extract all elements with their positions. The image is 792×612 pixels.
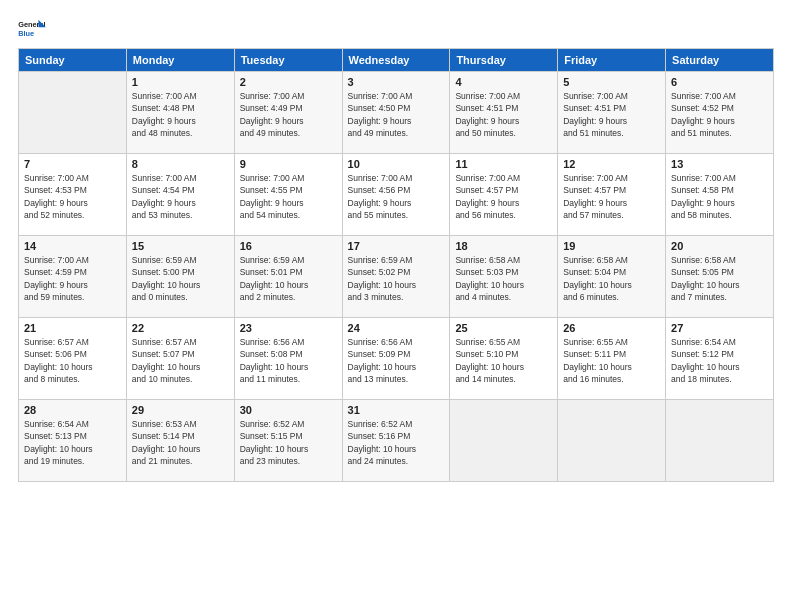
day-info: Sunrise: 6:52 AM Sunset: 5:16 PM Dayligh… — [348, 418, 445, 467]
day-info: Sunrise: 6:59 AM Sunset: 5:00 PM Dayligh… — [132, 254, 229, 303]
day-info: Sunrise: 7:00 AM Sunset: 4:52 PM Dayligh… — [671, 90, 768, 139]
calendar-cell: 2Sunrise: 7:00 AM Sunset: 4:49 PM Daylig… — [234, 72, 342, 154]
day-number: 26 — [563, 322, 660, 334]
weekday-header: Wednesday — [342, 49, 450, 72]
calendar-cell: 13Sunrise: 7:00 AM Sunset: 4:58 PM Dayli… — [666, 154, 774, 236]
weekday-header: Monday — [126, 49, 234, 72]
calendar-cell: 15Sunrise: 6:59 AM Sunset: 5:00 PM Dayli… — [126, 236, 234, 318]
day-number: 12 — [563, 158, 660, 170]
calendar-container: General Blue SundayMondayTuesdayWednesda… — [0, 0, 792, 492]
day-number: 8 — [132, 158, 229, 170]
day-info: Sunrise: 7:00 AM Sunset: 4:55 PM Dayligh… — [240, 172, 337, 221]
day-info: Sunrise: 7:00 AM Sunset: 4:51 PM Dayligh… — [455, 90, 552, 139]
calendar-cell: 11Sunrise: 7:00 AM Sunset: 4:57 PM Dayli… — [450, 154, 558, 236]
day-info: Sunrise: 7:00 AM Sunset: 4:51 PM Dayligh… — [563, 90, 660, 139]
calendar-cell: 18Sunrise: 6:58 AM Sunset: 5:03 PM Dayli… — [450, 236, 558, 318]
calendar-cell: 26Sunrise: 6:55 AM Sunset: 5:11 PM Dayli… — [558, 318, 666, 400]
day-info: Sunrise: 6:52 AM Sunset: 5:15 PM Dayligh… — [240, 418, 337, 467]
calendar-cell: 17Sunrise: 6:59 AM Sunset: 5:02 PM Dayli… — [342, 236, 450, 318]
day-number: 28 — [24, 404, 121, 416]
day-info: Sunrise: 6:56 AM Sunset: 5:08 PM Dayligh… — [240, 336, 337, 385]
day-info: Sunrise: 7:00 AM Sunset: 4:57 PM Dayligh… — [455, 172, 552, 221]
calendar-cell: 14Sunrise: 7:00 AM Sunset: 4:59 PM Dayli… — [19, 236, 127, 318]
day-number: 5 — [563, 76, 660, 88]
day-number: 27 — [671, 322, 768, 334]
day-info: Sunrise: 6:58 AM Sunset: 5:03 PM Dayligh… — [455, 254, 552, 303]
calendar-cell: 23Sunrise: 6:56 AM Sunset: 5:08 PM Dayli… — [234, 318, 342, 400]
day-number: 4 — [455, 76, 552, 88]
day-info: Sunrise: 6:53 AM Sunset: 5:14 PM Dayligh… — [132, 418, 229, 467]
day-info: Sunrise: 7:00 AM Sunset: 4:54 PM Dayligh… — [132, 172, 229, 221]
day-number: 16 — [240, 240, 337, 252]
day-info: Sunrise: 6:58 AM Sunset: 5:04 PM Dayligh… — [563, 254, 660, 303]
day-number: 2 — [240, 76, 337, 88]
day-number: 9 — [240, 158, 337, 170]
day-number: 18 — [455, 240, 552, 252]
calendar-cell: 12Sunrise: 7:00 AM Sunset: 4:57 PM Dayli… — [558, 154, 666, 236]
day-info: Sunrise: 7:00 AM Sunset: 4:48 PM Dayligh… — [132, 90, 229, 139]
calendar-cell: 28Sunrise: 6:54 AM Sunset: 5:13 PM Dayli… — [19, 400, 127, 482]
day-number: 29 — [132, 404, 229, 416]
day-number: 17 — [348, 240, 445, 252]
day-info: Sunrise: 7:00 AM Sunset: 4:57 PM Dayligh… — [563, 172, 660, 221]
day-info: Sunrise: 6:55 AM Sunset: 5:11 PM Dayligh… — [563, 336, 660, 385]
weekday-header: Thursday — [450, 49, 558, 72]
day-number: 23 — [240, 322, 337, 334]
day-number: 30 — [240, 404, 337, 416]
calendar-cell: 5Sunrise: 7:00 AM Sunset: 4:51 PM Daylig… — [558, 72, 666, 154]
calendar-cell: 27Sunrise: 6:54 AM Sunset: 5:12 PM Dayli… — [666, 318, 774, 400]
day-info: Sunrise: 7:00 AM Sunset: 4:50 PM Dayligh… — [348, 90, 445, 139]
day-info: Sunrise: 6:59 AM Sunset: 5:01 PM Dayligh… — [240, 254, 337, 303]
header: General Blue — [18, 18, 774, 40]
day-info: Sunrise: 6:59 AM Sunset: 5:02 PM Dayligh… — [348, 254, 445, 303]
day-info: Sunrise: 7:00 AM Sunset: 4:58 PM Dayligh… — [671, 172, 768, 221]
calendar-table: SundayMondayTuesdayWednesdayThursdayFrid… — [18, 48, 774, 482]
day-number: 13 — [671, 158, 768, 170]
day-info: Sunrise: 7:00 AM Sunset: 4:59 PM Dayligh… — [24, 254, 121, 303]
day-number: 11 — [455, 158, 552, 170]
calendar-cell: 21Sunrise: 6:57 AM Sunset: 5:06 PM Dayli… — [19, 318, 127, 400]
calendar-cell: 31Sunrise: 6:52 AM Sunset: 5:16 PM Dayli… — [342, 400, 450, 482]
calendar-cell: 9Sunrise: 7:00 AM Sunset: 4:55 PM Daylig… — [234, 154, 342, 236]
day-number: 21 — [24, 322, 121, 334]
weekday-header: Friday — [558, 49, 666, 72]
day-info: Sunrise: 7:00 AM Sunset: 4:56 PM Dayligh… — [348, 172, 445, 221]
day-number: 6 — [671, 76, 768, 88]
calendar-cell: 24Sunrise: 6:56 AM Sunset: 5:09 PM Dayli… — [342, 318, 450, 400]
day-number: 7 — [24, 158, 121, 170]
calendar-cell — [666, 400, 774, 482]
day-number: 22 — [132, 322, 229, 334]
day-number: 19 — [563, 240, 660, 252]
calendar-cell — [558, 400, 666, 482]
day-info: Sunrise: 6:56 AM Sunset: 5:09 PM Dayligh… — [348, 336, 445, 385]
day-info: Sunrise: 6:57 AM Sunset: 5:06 PM Dayligh… — [24, 336, 121, 385]
weekday-header: Tuesday — [234, 49, 342, 72]
logo-icon: General Blue — [18, 18, 46, 40]
day-number: 20 — [671, 240, 768, 252]
day-info: Sunrise: 6:58 AM Sunset: 5:05 PM Dayligh… — [671, 254, 768, 303]
calendar-cell: 8Sunrise: 7:00 AM Sunset: 4:54 PM Daylig… — [126, 154, 234, 236]
day-info: Sunrise: 6:54 AM Sunset: 5:12 PM Dayligh… — [671, 336, 768, 385]
day-info: Sunrise: 6:54 AM Sunset: 5:13 PM Dayligh… — [24, 418, 121, 467]
day-info: Sunrise: 7:00 AM Sunset: 4:49 PM Dayligh… — [240, 90, 337, 139]
weekday-header: Sunday — [19, 49, 127, 72]
calendar-cell: 30Sunrise: 6:52 AM Sunset: 5:15 PM Dayli… — [234, 400, 342, 482]
calendar-cell: 4Sunrise: 7:00 AM Sunset: 4:51 PM Daylig… — [450, 72, 558, 154]
calendar-cell: 29Sunrise: 6:53 AM Sunset: 5:14 PM Dayli… — [126, 400, 234, 482]
day-number: 3 — [348, 76, 445, 88]
calendar-cell: 25Sunrise: 6:55 AM Sunset: 5:10 PM Dayli… — [450, 318, 558, 400]
calendar-cell: 6Sunrise: 7:00 AM Sunset: 4:52 PM Daylig… — [666, 72, 774, 154]
svg-text:Blue: Blue — [18, 29, 34, 38]
day-number: 31 — [348, 404, 445, 416]
day-number: 14 — [24, 240, 121, 252]
calendar-cell: 16Sunrise: 6:59 AM Sunset: 5:01 PM Dayli… — [234, 236, 342, 318]
calendar-cell — [19, 72, 127, 154]
day-number: 24 — [348, 322, 445, 334]
calendar-cell — [450, 400, 558, 482]
day-number: 15 — [132, 240, 229, 252]
calendar-cell: 7Sunrise: 7:00 AM Sunset: 4:53 PM Daylig… — [19, 154, 127, 236]
calendar-cell: 3Sunrise: 7:00 AM Sunset: 4:50 PM Daylig… — [342, 72, 450, 154]
calendar-cell: 10Sunrise: 7:00 AM Sunset: 4:56 PM Dayli… — [342, 154, 450, 236]
calendar-cell: 1Sunrise: 7:00 AM Sunset: 4:48 PM Daylig… — [126, 72, 234, 154]
logo: General Blue — [18, 18, 46, 40]
